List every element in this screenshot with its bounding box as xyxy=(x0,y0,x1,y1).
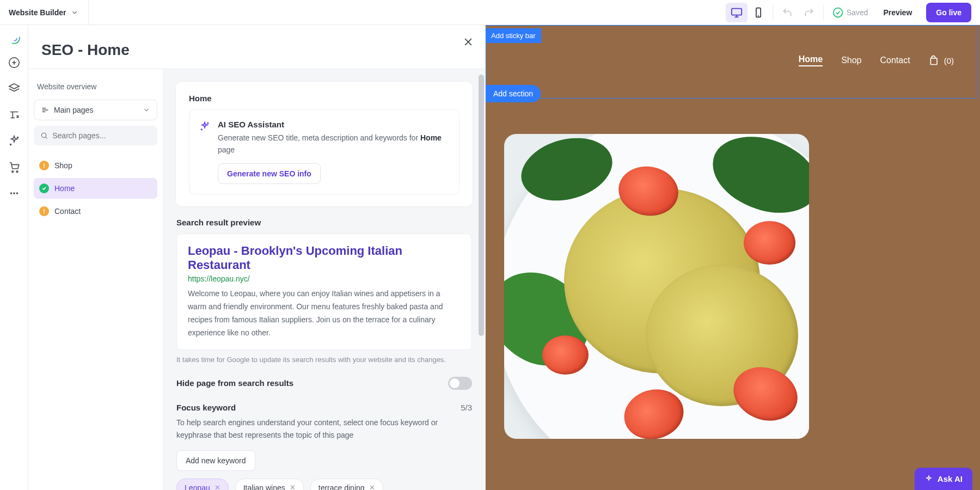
save-status: Saved xyxy=(832,7,868,18)
status-dot-warning-icon: ! xyxy=(39,161,49,170)
focus-keyword-count: 5/3 xyxy=(461,403,472,412)
serp-url: https://leopau.nyc/ xyxy=(188,274,461,283)
rail-more-button[interactable] xyxy=(8,187,20,201)
go-live-button[interactable]: Go live xyxy=(926,3,971,22)
website-overview-link[interactable]: Website overview xyxy=(34,78,157,100)
add-sticky-bar-button[interactable]: Add sticky bar xyxy=(486,28,541,43)
page-search[interactable] xyxy=(34,126,157,145)
svg-marker-11 xyxy=(9,84,19,89)
page-item-shop[interactable]: ! Shop xyxy=(34,155,157,176)
keyword-chip[interactable]: Italian wines✕ xyxy=(235,479,304,490)
divider xyxy=(773,5,773,20)
serp-description: Welcome to Leopau, where you can enjoy I… xyxy=(188,287,461,339)
preview-button[interactable]: Preview xyxy=(873,3,922,22)
text-icon xyxy=(8,109,20,121)
seo-panel-title: SEO - Home xyxy=(41,41,472,59)
check-circle-icon xyxy=(832,7,843,18)
divider xyxy=(823,5,824,20)
nav-shop[interactable]: Shop xyxy=(841,56,861,65)
nav-contact[interactable]: Contact xyxy=(880,56,910,65)
canvas-preview[interactable]: Add sticky bar Add section Home Shop Con… xyxy=(486,25,980,490)
svg-rect-0 xyxy=(732,8,742,15)
search-preview-section: Search result preview Leopau - Brooklyn'… xyxy=(175,218,473,363)
sparkle-icon xyxy=(199,121,210,184)
redo-button[interactable] xyxy=(798,3,820,22)
status-dot-warning-icon: ! xyxy=(39,206,49,216)
svg-point-16 xyxy=(10,192,12,194)
save-status-label: Saved xyxy=(847,8,868,17)
svg-point-15 xyxy=(16,171,18,173)
nav-home[interactable]: Home xyxy=(799,54,823,66)
undo-button[interactable] xyxy=(776,3,798,22)
device-mobile-button[interactable] xyxy=(748,3,769,22)
keyword-chip-label: terrace dining xyxy=(318,483,365,490)
rail-add-button[interactable] xyxy=(8,57,20,71)
rail-cart-button[interactable] xyxy=(8,161,20,175)
seo-page-list: Website overview Main pages ! Shop xyxy=(28,69,163,490)
redo-icon xyxy=(804,7,814,18)
page-item-label: Contact xyxy=(54,207,81,216)
serp-title: Leopau - Brooklyn's Upcoming Italian Res… xyxy=(188,244,461,272)
chevron-down-icon xyxy=(71,9,78,16)
svg-point-17 xyxy=(13,192,15,194)
topbar: Website Builder Saved Preview Go live xyxy=(0,0,980,25)
cart-icon xyxy=(8,161,20,173)
remove-chip-icon[interactable]: ✕ xyxy=(215,483,220,490)
sparkle-icon xyxy=(8,135,20,147)
svg-point-7 xyxy=(11,35,17,41)
ai-title: AI SEO Assistant xyxy=(218,120,449,129)
plus-circle-icon xyxy=(8,57,20,69)
desktop-icon xyxy=(731,7,743,19)
keyword-chip[interactable]: Leopau✕ xyxy=(176,479,229,490)
generate-seo-button[interactable]: Generate new SEO info xyxy=(218,163,321,184)
ask-ai-label: Ask AI xyxy=(938,474,963,483)
keyword-chip[interactable]: terrace dining✕ xyxy=(310,479,383,490)
sparkle-icon xyxy=(924,475,933,483)
device-desktop-button[interactable] xyxy=(726,3,748,22)
hide-page-row: Hide page from search results xyxy=(175,377,473,390)
ask-ai-button[interactable]: Ask AI xyxy=(915,468,972,490)
home-seo-card: Home AI SEO Assistant Generate new SEO t… xyxy=(175,81,473,207)
shopping-bag-icon xyxy=(929,54,940,66)
preview-note: It takes time for Google to update its s… xyxy=(176,356,472,364)
site-nav: Home Shop Contact (0) xyxy=(486,54,968,66)
add-keyword-button[interactable]: Add new keyword xyxy=(176,450,255,471)
svg-point-26 xyxy=(207,122,209,124)
brand-label: Website Builder xyxy=(9,8,66,17)
svg-point-14 xyxy=(11,171,13,173)
rail-sparkle-button[interactable] xyxy=(8,135,20,149)
focus-keyword-description: To help search engines understand your c… xyxy=(176,416,472,442)
remove-chip-icon[interactable]: ✕ xyxy=(290,483,296,490)
page-item-contact[interactable]: ! Contact xyxy=(34,201,157,222)
rail-logo-icon[interactable] xyxy=(8,32,21,45)
focus-keyword-heading: Focus keyword xyxy=(176,403,236,412)
keyword-chip-label: Italian wines xyxy=(243,483,285,490)
add-section-button[interactable]: Add section xyxy=(486,85,541,102)
focus-keyword-section: Focus keyword 5/3 To help search engines… xyxy=(175,403,473,490)
brand-switcher[interactable]: Website Builder xyxy=(9,0,89,24)
page-item-home[interactable]: Home xyxy=(34,178,157,199)
chevron-down-icon xyxy=(143,106,150,114)
hide-page-label: Hide page from search results xyxy=(176,378,293,388)
mobile-icon xyxy=(753,7,764,18)
main-pages-dropdown[interactable]: Main pages xyxy=(34,100,157,120)
ai-description: Generate new SEO title, meta description… xyxy=(218,132,449,156)
page-item-label: Shop xyxy=(54,161,72,170)
keyword-chip-label: Leopau xyxy=(185,483,210,490)
svg-point-27 xyxy=(201,129,202,130)
rail-layers-button[interactable] xyxy=(8,83,20,97)
seo-content-scroll[interactable]: Home AI SEO Assistant Generate new SEO t… xyxy=(163,69,485,490)
page-item-label: Home xyxy=(54,184,75,193)
scrollbar-thumb[interactable] xyxy=(479,75,484,336)
svg-rect-28 xyxy=(930,58,937,65)
close-panel-button[interactable] xyxy=(460,34,476,50)
rail-text-button[interactable] xyxy=(8,109,20,123)
remove-chip-icon[interactable]: ✕ xyxy=(369,483,375,490)
serp-preview: Leopau - Brooklyn's Upcoming Italian Res… xyxy=(176,234,472,350)
status-dot-ok-icon xyxy=(39,183,49,193)
nav-cart[interactable]: (0) xyxy=(929,54,954,66)
more-icon xyxy=(8,187,20,199)
hide-page-toggle[interactable] xyxy=(448,377,472,390)
svg-line-25 xyxy=(46,137,47,139)
page-search-input[interactable] xyxy=(52,131,151,140)
